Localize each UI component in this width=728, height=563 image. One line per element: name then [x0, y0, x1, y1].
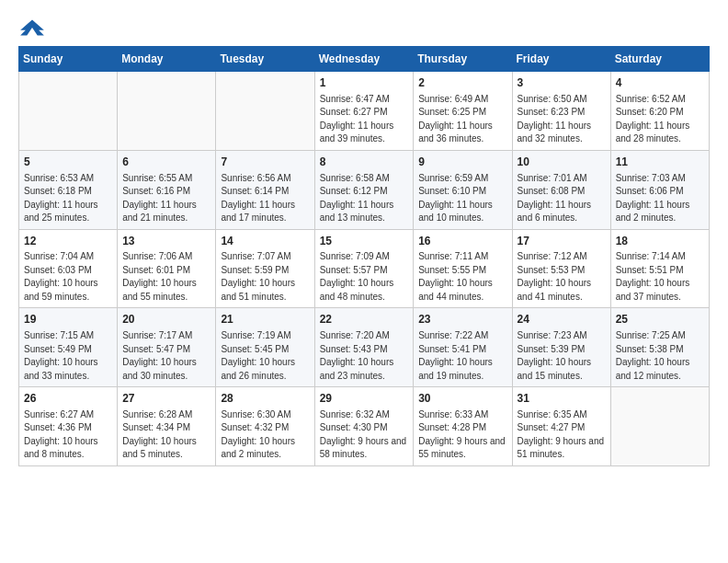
logo — [18, 18, 50, 37]
calendar-week-row: 5Sunrise: 6:53 AM Sunset: 6:18 PM Daylig… — [19, 150, 710, 229]
calendar-day-cell: 2Sunrise: 6:49 AM Sunset: 6:25 PM Daylig… — [414, 72, 512, 151]
day-number: 29 — [320, 391, 409, 407]
calendar-day-cell: 10Sunrise: 7:01 AM Sunset: 6:08 PM Dayli… — [512, 150, 610, 229]
day-info: Sunrise: 7:22 AM Sunset: 5:41 PM Dayligh… — [418, 329, 506, 383]
day-info: Sunrise: 6:58 AM Sunset: 6:12 PM Dayligh… — [320, 172, 409, 225]
calendar-week-row: 1Sunrise: 6:47 AM Sunset: 6:27 PM Daylig… — [19, 72, 710, 151]
calendar-week-row: 12Sunrise: 7:04 AM Sunset: 6:03 PM Dayli… — [19, 229, 710, 308]
day-info: Sunrise: 6:28 AM Sunset: 4:34 PM Dayligh… — [122, 408, 210, 462]
day-number: 22 — [320, 312, 409, 327]
calendar-day-cell: 21Sunrise: 7:19 AM Sunset: 5:45 PM Dayli… — [216, 308, 314, 387]
day-number: 9 — [418, 155, 506, 170]
calendar-day-cell: 20Sunrise: 7:17 AM Sunset: 5:47 PM Dayli… — [118, 308, 216, 387]
day-number: 17 — [518, 234, 606, 249]
day-info: Sunrise: 6:47 AM Sunset: 6:27 PM Dayligh… — [320, 93, 409, 146]
day-info: Sunrise: 7:12 AM Sunset: 5:53 PM Dayligh… — [518, 250, 606, 304]
calendar-day-cell: 16Sunrise: 7:11 AM Sunset: 5:55 PM Dayli… — [414, 229, 512, 308]
calendar-day-cell: 29Sunrise: 6:32 AM Sunset: 4:30 PM Dayli… — [314, 387, 414, 466]
calendar-day-cell: 8Sunrise: 6:58 AM Sunset: 6:12 PM Daylig… — [314, 150, 414, 229]
day-number: 20 — [122, 312, 210, 327]
day-info: Sunrise: 6:55 AM Sunset: 6:16 PM Dayligh… — [122, 172, 210, 225]
calendar-day-cell: 9Sunrise: 6:59 AM Sunset: 6:10 PM Daylig… — [414, 150, 512, 229]
calendar-day-cell: 22Sunrise: 7:20 AM Sunset: 5:43 PM Dayli… — [314, 308, 414, 387]
calendar-day-cell: 4Sunrise: 6:52 AM Sunset: 6:20 PM Daylig… — [610, 72, 709, 151]
calendar-day-cell: 27Sunrise: 6:28 AM Sunset: 4:34 PM Dayli… — [118, 387, 216, 466]
day-info: Sunrise: 6:53 AM Sunset: 6:18 PM Dayligh… — [24, 172, 112, 225]
day-info: Sunrise: 7:23 AM Sunset: 5:39 PM Dayligh… — [518, 329, 606, 383]
day-info: Sunrise: 7:15 AM Sunset: 5:49 PM Dayligh… — [24, 329, 112, 383]
logo-icon — [18, 18, 46, 37]
calendar-day-cell: 25Sunrise: 7:25 AM Sunset: 5:38 PM Dayli… — [610, 308, 709, 387]
day-info: Sunrise: 6:33 AM Sunset: 4:28 PM Dayligh… — [418, 408, 506, 462]
calendar-header-row: SundayMondayTuesdayWednesdayThursdayFrid… — [19, 47, 710, 72]
day-info: Sunrise: 7:17 AM Sunset: 5:47 PM Dayligh… — [122, 329, 210, 383]
day-number: 12 — [24, 234, 112, 249]
day-number: 3 — [518, 75, 606, 91]
day-number: 13 — [122, 234, 210, 249]
day-info: Sunrise: 6:35 AM Sunset: 4:27 PM Dayligh… — [518, 408, 606, 462]
day-info: Sunrise: 6:56 AM Sunset: 6:14 PM Dayligh… — [221, 172, 309, 225]
day-number: 4 — [616, 75, 704, 91]
weekday-header: Sunday — [19, 47, 118, 72]
calendar-day-cell: 5Sunrise: 6:53 AM Sunset: 6:18 PM Daylig… — [19, 150, 118, 229]
day-number: 18 — [616, 234, 704, 249]
page-header — [18, 18, 710, 37]
day-info: Sunrise: 7:11 AM Sunset: 5:55 PM Dayligh… — [418, 250, 506, 304]
calendar-day-cell: 6Sunrise: 6:55 AM Sunset: 6:16 PM Daylig… — [118, 150, 216, 229]
svg-marker-0 — [20, 19, 44, 35]
calendar-day-cell: 11Sunrise: 7:03 AM Sunset: 6:06 PM Dayli… — [610, 150, 709, 229]
calendar-day-cell: 19Sunrise: 7:15 AM Sunset: 5:49 PM Dayli… — [19, 308, 118, 387]
day-info: Sunrise: 7:03 AM Sunset: 6:06 PM Dayligh… — [616, 172, 704, 225]
calendar-day-cell: 15Sunrise: 7:09 AM Sunset: 5:57 PM Dayli… — [314, 229, 414, 308]
weekday-header: Thursday — [414, 47, 512, 72]
calendar-day-cell: 7Sunrise: 6:56 AM Sunset: 6:14 PM Daylig… — [216, 150, 314, 229]
day-info: Sunrise: 7:19 AM Sunset: 5:45 PM Dayligh… — [221, 329, 309, 383]
calendar-day-cell — [19, 72, 118, 151]
day-number: 16 — [418, 234, 506, 249]
day-info: Sunrise: 6:32 AM Sunset: 4:30 PM Dayligh… — [320, 408, 409, 462]
day-info: Sunrise: 7:04 AM Sunset: 6:03 PM Dayligh… — [24, 250, 112, 304]
day-number: 30 — [418, 391, 506, 407]
day-number: 19 — [24, 312, 112, 327]
day-number: 14 — [221, 234, 309, 249]
day-number: 28 — [221, 391, 309, 407]
calendar-day-cell: 30Sunrise: 6:33 AM Sunset: 4:28 PM Dayli… — [414, 387, 512, 466]
day-info: Sunrise: 6:50 AM Sunset: 6:23 PM Dayligh… — [518, 93, 606, 146]
day-info: Sunrise: 7:25 AM Sunset: 5:38 PM Dayligh… — [616, 329, 704, 383]
day-info: Sunrise: 6:49 AM Sunset: 6:25 PM Dayligh… — [418, 93, 506, 146]
weekday-header: Friday — [512, 47, 610, 72]
calendar-day-cell: 13Sunrise: 7:06 AM Sunset: 6:01 PM Dayli… — [118, 229, 216, 308]
day-info: Sunrise: 7:14 AM Sunset: 5:51 PM Dayligh… — [616, 250, 704, 304]
calendar-day-cell: 12Sunrise: 7:04 AM Sunset: 6:03 PM Dayli… — [19, 229, 118, 308]
day-info: Sunrise: 7:20 AM Sunset: 5:43 PM Dayligh… — [320, 329, 409, 383]
calendar-day-cell: 31Sunrise: 6:35 AM Sunset: 4:27 PM Dayli… — [512, 387, 610, 466]
day-info: Sunrise: 6:52 AM Sunset: 6:20 PM Dayligh… — [616, 93, 704, 146]
day-number: 21 — [221, 312, 309, 327]
day-number: 26 — [24, 391, 112, 407]
calendar-day-cell: 3Sunrise: 6:50 AM Sunset: 6:23 PM Daylig… — [512, 72, 610, 151]
calendar-day-cell — [118, 72, 216, 151]
day-info: Sunrise: 7:01 AM Sunset: 6:08 PM Dayligh… — [518, 172, 606, 225]
calendar-table: SundayMondayTuesdayWednesdayThursdayFrid… — [18, 46, 710, 466]
weekday-header: Saturday — [610, 47, 709, 72]
calendar-day-cell: 23Sunrise: 7:22 AM Sunset: 5:41 PM Dayli… — [414, 308, 512, 387]
day-number: 1 — [320, 75, 409, 91]
day-info: Sunrise: 6:59 AM Sunset: 6:10 PM Dayligh… — [418, 172, 506, 225]
calendar-day-cell: 1Sunrise: 6:47 AM Sunset: 6:27 PM Daylig… — [314, 72, 414, 151]
day-number: 2 — [418, 75, 506, 91]
calendar-day-cell: 18Sunrise: 7:14 AM Sunset: 5:51 PM Dayli… — [610, 229, 709, 308]
weekday-header: Monday — [118, 47, 216, 72]
weekday-header: Wednesday — [314, 47, 414, 72]
day-info: Sunrise: 7:07 AM Sunset: 5:59 PM Dayligh… — [221, 250, 309, 304]
calendar-day-cell: 14Sunrise: 7:07 AM Sunset: 5:59 PM Dayli… — [216, 229, 314, 308]
calendar-week-row: 19Sunrise: 7:15 AM Sunset: 5:49 PM Dayli… — [19, 308, 710, 387]
day-number: 5 — [24, 155, 112, 170]
day-number: 25 — [616, 312, 704, 327]
day-number: 27 — [122, 391, 210, 407]
calendar-week-row: 26Sunrise: 6:27 AM Sunset: 4:36 PM Dayli… — [19, 387, 710, 466]
day-info: Sunrise: 7:06 AM Sunset: 6:01 PM Dayligh… — [122, 250, 210, 304]
day-info: Sunrise: 7:09 AM Sunset: 5:57 PM Dayligh… — [320, 250, 409, 304]
day-number: 15 — [320, 234, 409, 249]
day-number: 6 — [122, 155, 210, 170]
day-number: 7 — [221, 155, 309, 170]
